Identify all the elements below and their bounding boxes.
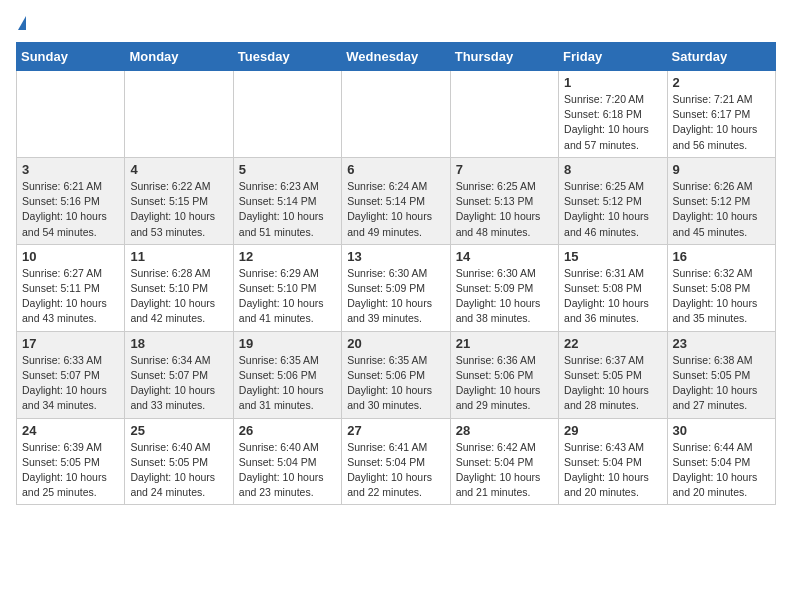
day-info: Sunrise: 6:21 AM Sunset: 5:16 PM Dayligh… (22, 179, 119, 240)
calendar-header-monday: Monday (125, 43, 233, 71)
day-number: 28 (456, 423, 553, 438)
calendar-cell: 1Sunrise: 7:20 AM Sunset: 6:18 PM Daylig… (559, 71, 667, 158)
day-info: Sunrise: 6:43 AM Sunset: 5:04 PM Dayligh… (564, 440, 661, 501)
day-number: 19 (239, 336, 336, 351)
day-number: 10 (22, 249, 119, 264)
day-info: Sunrise: 6:44 AM Sunset: 5:04 PM Dayligh… (673, 440, 770, 501)
day-info: Sunrise: 6:42 AM Sunset: 5:04 PM Dayligh… (456, 440, 553, 501)
calendar-cell: 21Sunrise: 6:36 AM Sunset: 5:06 PM Dayli… (450, 331, 558, 418)
calendar-cell: 4Sunrise: 6:22 AM Sunset: 5:15 PM Daylig… (125, 157, 233, 244)
day-number: 15 (564, 249, 661, 264)
day-number: 8 (564, 162, 661, 177)
calendar-header-saturday: Saturday (667, 43, 775, 71)
calendar-header-friday: Friday (559, 43, 667, 71)
calendar-cell: 20Sunrise: 6:35 AM Sunset: 5:06 PM Dayli… (342, 331, 450, 418)
day-info: Sunrise: 6:25 AM Sunset: 5:13 PM Dayligh… (456, 179, 553, 240)
calendar-cell: 5Sunrise: 6:23 AM Sunset: 5:14 PM Daylig… (233, 157, 341, 244)
day-number: 9 (673, 162, 770, 177)
week-row-4: 17Sunrise: 6:33 AM Sunset: 5:07 PM Dayli… (17, 331, 776, 418)
week-row-1: 1Sunrise: 7:20 AM Sunset: 6:18 PM Daylig… (17, 71, 776, 158)
calendar-header-wednesday: Wednesday (342, 43, 450, 71)
page-header (16, 16, 776, 30)
day-number: 2 (673, 75, 770, 90)
day-info: Sunrise: 6:27 AM Sunset: 5:11 PM Dayligh… (22, 266, 119, 327)
day-number: 25 (130, 423, 227, 438)
calendar-cell: 7Sunrise: 6:25 AM Sunset: 5:13 PM Daylig… (450, 157, 558, 244)
day-info: Sunrise: 6:26 AM Sunset: 5:12 PM Dayligh… (673, 179, 770, 240)
calendar-header-row: SundayMondayTuesdayWednesdayThursdayFrid… (17, 43, 776, 71)
day-number: 20 (347, 336, 444, 351)
day-info: Sunrise: 6:37 AM Sunset: 5:05 PM Dayligh… (564, 353, 661, 414)
day-info: Sunrise: 6:40 AM Sunset: 5:05 PM Dayligh… (130, 440, 227, 501)
calendar-cell: 13Sunrise: 6:30 AM Sunset: 5:09 PM Dayli… (342, 244, 450, 331)
calendar-cell: 14Sunrise: 6:30 AM Sunset: 5:09 PM Dayli… (450, 244, 558, 331)
day-info: Sunrise: 6:31 AM Sunset: 5:08 PM Dayligh… (564, 266, 661, 327)
day-info: Sunrise: 6:34 AM Sunset: 5:07 PM Dayligh… (130, 353, 227, 414)
day-number: 26 (239, 423, 336, 438)
day-number: 3 (22, 162, 119, 177)
calendar-cell (233, 71, 341, 158)
day-info: Sunrise: 6:32 AM Sunset: 5:08 PM Dayligh… (673, 266, 770, 327)
day-number: 6 (347, 162, 444, 177)
day-number: 13 (347, 249, 444, 264)
day-info: Sunrise: 6:39 AM Sunset: 5:05 PM Dayligh… (22, 440, 119, 501)
day-info: Sunrise: 6:35 AM Sunset: 5:06 PM Dayligh… (347, 353, 444, 414)
day-info: Sunrise: 6:30 AM Sunset: 5:09 PM Dayligh… (347, 266, 444, 327)
day-number: 24 (22, 423, 119, 438)
calendar-cell (125, 71, 233, 158)
week-row-2: 3Sunrise: 6:21 AM Sunset: 5:16 PM Daylig… (17, 157, 776, 244)
day-info: Sunrise: 6:30 AM Sunset: 5:09 PM Dayligh… (456, 266, 553, 327)
logo (16, 16, 26, 30)
day-number: 12 (239, 249, 336, 264)
day-number: 1 (564, 75, 661, 90)
calendar-cell: 26Sunrise: 6:40 AM Sunset: 5:04 PM Dayli… (233, 418, 341, 505)
day-info: Sunrise: 7:20 AM Sunset: 6:18 PM Dayligh… (564, 92, 661, 153)
day-info: Sunrise: 7:21 AM Sunset: 6:17 PM Dayligh… (673, 92, 770, 153)
calendar-cell: 2Sunrise: 7:21 AM Sunset: 6:17 PM Daylig… (667, 71, 775, 158)
calendar-header-tuesday: Tuesday (233, 43, 341, 71)
calendar-cell: 18Sunrise: 6:34 AM Sunset: 5:07 PM Dayli… (125, 331, 233, 418)
calendar-cell: 8Sunrise: 6:25 AM Sunset: 5:12 PM Daylig… (559, 157, 667, 244)
calendar-cell: 19Sunrise: 6:35 AM Sunset: 5:06 PM Dayli… (233, 331, 341, 418)
calendar-cell: 10Sunrise: 6:27 AM Sunset: 5:11 PM Dayli… (17, 244, 125, 331)
calendar-cell: 16Sunrise: 6:32 AM Sunset: 5:08 PM Dayli… (667, 244, 775, 331)
day-info: Sunrise: 6:41 AM Sunset: 5:04 PM Dayligh… (347, 440, 444, 501)
calendar-cell: 22Sunrise: 6:37 AM Sunset: 5:05 PM Dayli… (559, 331, 667, 418)
calendar-cell: 11Sunrise: 6:28 AM Sunset: 5:10 PM Dayli… (125, 244, 233, 331)
calendar-cell: 30Sunrise: 6:44 AM Sunset: 5:04 PM Dayli… (667, 418, 775, 505)
day-number: 27 (347, 423, 444, 438)
day-number: 11 (130, 249, 227, 264)
calendar-cell: 23Sunrise: 6:38 AM Sunset: 5:05 PM Dayli… (667, 331, 775, 418)
calendar-header-sunday: Sunday (17, 43, 125, 71)
day-number: 23 (673, 336, 770, 351)
day-number: 4 (130, 162, 227, 177)
calendar-cell: 27Sunrise: 6:41 AM Sunset: 5:04 PM Dayli… (342, 418, 450, 505)
day-info: Sunrise: 6:23 AM Sunset: 5:14 PM Dayligh… (239, 179, 336, 240)
day-number: 30 (673, 423, 770, 438)
day-info: Sunrise: 6:40 AM Sunset: 5:04 PM Dayligh… (239, 440, 336, 501)
day-info: Sunrise: 6:33 AM Sunset: 5:07 PM Dayligh… (22, 353, 119, 414)
day-info: Sunrise: 6:22 AM Sunset: 5:15 PM Dayligh… (130, 179, 227, 240)
day-number: 5 (239, 162, 336, 177)
day-number: 18 (130, 336, 227, 351)
calendar-cell (342, 71, 450, 158)
day-number: 21 (456, 336, 553, 351)
day-info: Sunrise: 6:28 AM Sunset: 5:10 PM Dayligh… (130, 266, 227, 327)
logo-triangle-icon (18, 16, 26, 30)
calendar-cell: 17Sunrise: 6:33 AM Sunset: 5:07 PM Dayli… (17, 331, 125, 418)
calendar-cell: 29Sunrise: 6:43 AM Sunset: 5:04 PM Dayli… (559, 418, 667, 505)
week-row-3: 10Sunrise: 6:27 AM Sunset: 5:11 PM Dayli… (17, 244, 776, 331)
day-info: Sunrise: 6:24 AM Sunset: 5:14 PM Dayligh… (347, 179, 444, 240)
calendar-cell (450, 71, 558, 158)
day-number: 16 (673, 249, 770, 264)
calendar-cell (17, 71, 125, 158)
day-number: 7 (456, 162, 553, 177)
day-info: Sunrise: 6:29 AM Sunset: 5:10 PM Dayligh… (239, 266, 336, 327)
calendar-cell: 24Sunrise: 6:39 AM Sunset: 5:05 PM Dayli… (17, 418, 125, 505)
day-number: 29 (564, 423, 661, 438)
day-info: Sunrise: 6:25 AM Sunset: 5:12 PM Dayligh… (564, 179, 661, 240)
day-info: Sunrise: 6:38 AM Sunset: 5:05 PM Dayligh… (673, 353, 770, 414)
day-number: 17 (22, 336, 119, 351)
calendar-cell: 25Sunrise: 6:40 AM Sunset: 5:05 PM Dayli… (125, 418, 233, 505)
calendar-table: SundayMondayTuesdayWednesdayThursdayFrid… (16, 42, 776, 505)
